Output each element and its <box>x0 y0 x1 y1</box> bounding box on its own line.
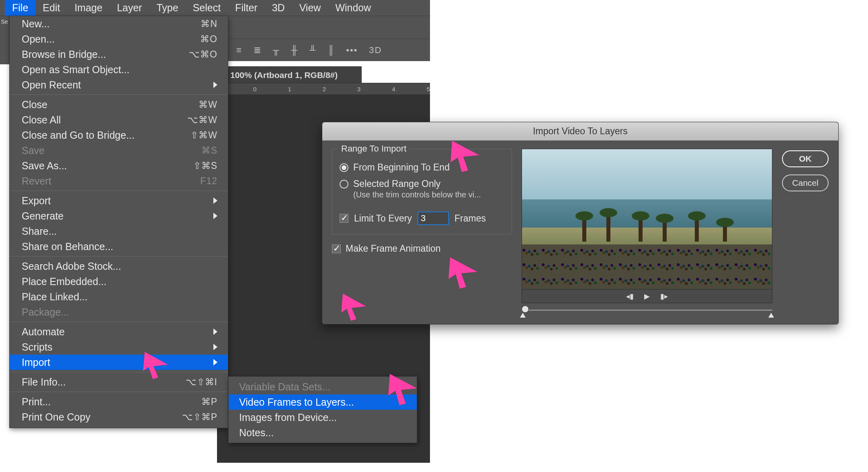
menubar-item-edit[interactable]: Edit <box>35 0 67 16</box>
menubar-item-file[interactable]: File <box>5 0 35 16</box>
menu-item[interactable]: Share on Behance... <box>10 239 228 254</box>
menu-item-label: Package... <box>22 306 69 318</box>
menubar-item-window[interactable]: Window <box>328 0 378 16</box>
menu-item[interactable]: Browse in Bridge...⌥⌘O <box>10 47 228 62</box>
menu-separator <box>10 372 228 372</box>
menu-item: Save⌘S <box>10 143 228 158</box>
menu-item-shortcut: F12 <box>200 176 217 187</box>
menu-item[interactable]: Close and Go to Bridge...⇧⌘W <box>10 127 228 143</box>
ok-button[interactable]: OK <box>782 150 829 167</box>
menu-item-label: Open... <box>22 33 55 45</box>
limit-frames-input[interactable] <box>418 211 449 225</box>
menu-item-label: File Info... <box>22 376 66 388</box>
menu-item[interactable]: Scripts <box>10 339 228 355</box>
dialog-title: Import Video To Layers <box>322 122 838 141</box>
svg-marker-0 <box>143 352 168 379</box>
svg-marker-1 <box>388 374 417 405</box>
menu-item[interactable]: Import <box>10 355 228 370</box>
menu-item-shortcut: ⌘P <box>201 396 217 407</box>
submenu-item[interactable]: Images from Device... <box>229 410 417 425</box>
distribute-icon[interactable]: ║ <box>328 45 335 55</box>
distribute-icon[interactable]: ╥ <box>273 45 280 55</box>
menu-item-shortcut: ⌘N <box>201 18 217 29</box>
menu-item[interactable]: Print...⌘P <box>10 394 228 409</box>
align-icon[interactable]: ≡ <box>236 45 242 55</box>
menu-item[interactable]: Share... <box>10 224 228 239</box>
menu-item-label: Scripts <box>22 341 52 353</box>
playhead-icon[interactable] <box>522 306 529 313</box>
menu-item-label: Open as Smart Object... <box>22 64 129 76</box>
menu-item-label: Import <box>22 357 50 368</box>
svg-marker-2 <box>450 141 479 172</box>
cancel-button[interactable]: Cancel <box>782 174 829 191</box>
menu-item-shortcut: ⌘S <box>201 145 217 156</box>
radio-icon[interactable] <box>340 163 348 172</box>
menubar: FileEditImageLayerTypeSelectFilter3DView… <box>0 0 430 16</box>
submenu-item[interactable]: Notes... <box>229 425 417 440</box>
distribute-icon[interactable]: ╨ <box>309 45 317 55</box>
menu-item[interactable]: Place Linked... <box>10 289 228 304</box>
menu-item[interactable]: Export <box>10 193 228 208</box>
menubar-item-filter[interactable]: Filter <box>228 0 265 16</box>
menu-item-shortcut: ⇧⌘W <box>190 130 217 141</box>
next-frame-icon[interactable]: ▮▸ <box>660 292 668 301</box>
menubar-item-3d[interactable]: 3D <box>265 0 292 16</box>
radio-label: Selected Range Only <box>353 179 440 189</box>
distribute-icon[interactable]: ╫ <box>291 45 298 55</box>
options-bar: ≡ ≣ ╥ ╫ ╨ ║ ••• 3D <box>217 39 430 61</box>
svg-marker-3 <box>448 257 477 289</box>
menubar-item-select[interactable]: Select <box>186 0 228 16</box>
menu-item-label: New... <box>22 18 49 30</box>
range-to-import-group: Range To Import From Beginning To End Se… <box>332 149 512 234</box>
trim-out-handle-icon[interactable] <box>768 313 774 318</box>
menu-item[interactable]: File Info...⌥⇧⌘I <box>10 374 228 390</box>
menu-item[interactable]: Print One Copy⌥⇧⌘P <box>10 409 228 425</box>
menu-item[interactable]: Automate <box>10 324 228 339</box>
limit-label-right: Frames <box>454 213 486 224</box>
player-controls: ◂▮ ▶ ▮▸ <box>522 289 772 303</box>
menu-item-shortcut: ⌥⇧⌘I <box>186 377 217 388</box>
menu-item-shortcut: ⌘W <box>199 99 217 110</box>
menubar-item-view[interactable]: View <box>292 0 328 16</box>
prev-frame-icon[interactable]: ◂▮ <box>626 292 634 301</box>
limit-checkbox[interactable] <box>340 214 348 223</box>
menu-item[interactable]: Open Recent <box>10 77 228 92</box>
menu-item[interactable]: Save As...⇧⌘S <box>10 158 228 173</box>
video-preview <box>522 149 772 289</box>
chevron-right-icon <box>213 359 217 365</box>
document-tab[interactable]: 100% (Artboard 1, RGB/8#) <box>217 66 362 84</box>
radio-icon[interactable] <box>340 180 348 189</box>
range-legend: Range To Import <box>338 144 409 154</box>
align-icon[interactable]: ≣ <box>254 45 262 55</box>
menu-item[interactable]: New...⌘N <box>10 16 228 31</box>
menu-item[interactable]: Close All⌥⌘W <box>10 112 228 127</box>
menu-item[interactable]: Search Adobe Stock... <box>10 259 228 274</box>
menu-item[interactable]: Place Embedded... <box>10 274 228 289</box>
chevron-right-icon <box>213 82 217 88</box>
chevron-right-icon <box>213 344 217 350</box>
menu-item-label: Print One Copy <box>22 411 90 423</box>
menubar-item-layer[interactable]: Layer <box>110 0 149 16</box>
trim-in-handle-icon[interactable] <box>520 313 526 318</box>
radio-selected-range[interactable]: Selected Range Only <box>340 179 504 189</box>
trim-slider[interactable] <box>522 307 772 314</box>
menu-item[interactable]: Open as Smart Object... <box>10 62 228 77</box>
menu-item[interactable]: Close⌘W <box>10 97 228 112</box>
menubar-item-image[interactable]: Image <box>67 0 109 16</box>
menubar-item-type[interactable]: Type <box>149 0 185 16</box>
more-icon[interactable]: ••• <box>346 45 358 55</box>
menu-item-label: Close <box>22 99 47 111</box>
menu-item: Package... <box>10 304 228 320</box>
make-frame-animation-checkbox[interactable] <box>332 244 341 253</box>
menu-separator <box>10 94 228 95</box>
play-icon[interactable]: ▶ <box>644 292 650 301</box>
tool-strip-fragment: Se <box>0 16 9 64</box>
menu-item[interactable]: Open...⌘O <box>10 31 228 47</box>
mode-3d-label[interactable]: 3D <box>369 45 382 55</box>
file-menu: New...⌘NOpen...⌘OBrowse in Bridge...⌥⌘OO… <box>9 16 228 428</box>
menu-separator <box>10 392 228 392</box>
menu-item[interactable]: Generate <box>10 208 228 224</box>
menu-item-label: Open Recent <box>22 79 81 91</box>
menu-item-label: Export <box>22 195 51 207</box>
menu-item-label: Search Adobe Stock... <box>22 261 121 272</box>
